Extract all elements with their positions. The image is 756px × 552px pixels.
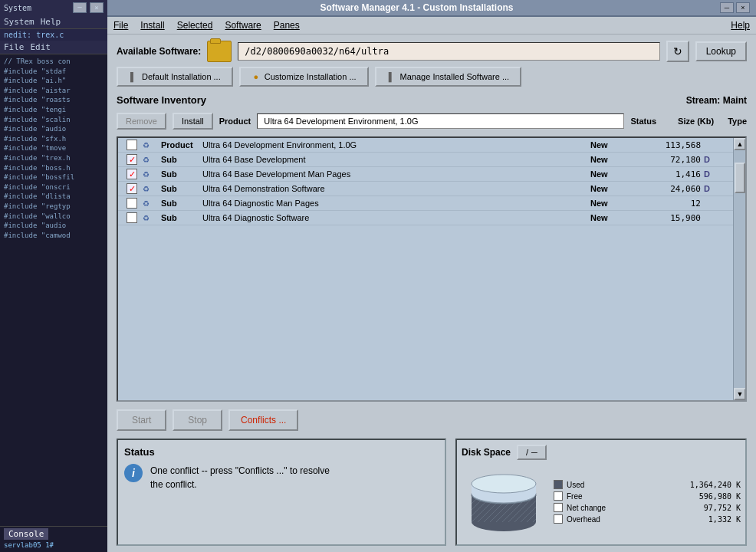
disk-content: Used1,364,240 KFree596,980 KNet change97… (462, 465, 741, 541)
code-line: #include "ai.h" (4, 76, 104, 86)
row-product-name: Ultra 64 Diagnostic Software (202, 213, 587, 222)
scroll-thumb[interactable] (735, 163, 745, 193)
status-panel: Status i One conflict -- press "Conflict… (117, 439, 446, 546)
conflicts-btn[interactable]: Conflicts ... (228, 409, 298, 431)
row-recycle-icon: ♻ (143, 199, 158, 208)
row-size: 12 (639, 199, 701, 209)
manage-btn[interactable]: ▌ Manage Installed Software ... (375, 67, 521, 87)
remove-btn[interactable]: Remove (117, 113, 166, 130)
file-menu[interactable]: File (113, 20, 128, 31)
row-dtype: D (704, 155, 727, 164)
table-row[interactable]: ♻SubUltra 64 Base Development Man PagesN… (118, 167, 733, 182)
row-checkbox[interactable] (127, 140, 137, 150)
row-size: 72,180 (639, 155, 701, 165)
scroll-up-btn[interactable]: ▲ (734, 138, 746, 150)
status-title: Status (124, 446, 439, 458)
legend-label-text: Overhead (567, 515, 705, 524)
table-row[interactable]: ♻SubUltra 64 Diagnostic Man PagesNew12 (118, 196, 733, 211)
title-text: Software Manager 4.1 - Custom Installati… (113, 2, 720, 13)
code-line: #include "roasts (4, 95, 104, 105)
available-software-row: Available Software: ↻ Lookup (117, 41, 747, 62)
left-min-btn[interactable]: ─ (73, 2, 87, 13)
table-toolbar: Remove Install Product Status Size (Kb) … (117, 110, 747, 132)
folder-icon[interactable] (207, 41, 232, 62)
status-disk-area: Status i One conflict -- press "Conflict… (117, 439, 747, 546)
legend-item: Overhead1,332 K (554, 514, 741, 524)
code-line: #include "tmove (4, 143, 104, 153)
code-line: #include "aistar (4, 86, 104, 96)
legend-label-text: Net change (567, 504, 700, 512)
product-filter-input[interactable] (257, 113, 624, 129)
row-product-name: Ultra 64 Base Development (202, 155, 587, 164)
close-btn[interactable]: × (736, 2, 750, 13)
lookup-btn[interactable]: Lookup (695, 41, 747, 61)
row-status: New (590, 155, 636, 164)
status-col-header: Status (630, 117, 656, 126)
system-menu[interactable]: System (4, 4, 31, 12)
table-row[interactable]: ♻SubUltra 64 Demonstration SoftwareNew24… (118, 182, 733, 196)
row-checkbox[interactable] (127, 154, 137, 165)
left-system-menu-item[interactable]: System (4, 17, 35, 27)
code-line: #include "scalin (4, 115, 104, 125)
code-line: #include "wallco (4, 212, 104, 222)
legend-label-text: Free (567, 492, 695, 501)
disk-header: Disk Space / ─ (462, 445, 741, 460)
inventory-title: Software Inventory (117, 94, 206, 106)
legend-value-text: 97,752 K (704, 504, 741, 512)
selected-menu[interactable]: Selected (177, 20, 213, 31)
menu-bar: File Install Selected Software Panes Hel… (107, 17, 756, 34)
customize-btn[interactable]: ● Customize Installation ... (239, 67, 369, 87)
legend-value-text: 596,980 K (699, 492, 741, 501)
scroll-down-btn[interactable]: ▼ (734, 388, 746, 400)
row-checkbox[interactable] (127, 198, 137, 209)
install-btn[interactable]: Install (173, 113, 213, 130)
disk-selector[interactable]: / ─ (517, 445, 547, 460)
edit-menu-item[interactable]: Edit (31, 42, 51, 52)
table-row[interactable]: ♻SubUltra 64 Base DevelopmentNew72,180D (118, 153, 733, 167)
legend-item: Net change97,752 K (554, 503, 741, 512)
table-row[interactable]: ♻ProductUltra 64 Development Environment… (118, 138, 733, 153)
row-status: New (590, 199, 636, 208)
install-menu[interactable]: Install (140, 20, 164, 31)
left-top-bar: System ─ × (0, 0, 107, 15)
start-btn[interactable]: Start (117, 409, 166, 431)
available-software-label: Available Software: (117, 46, 201, 57)
vertical-scrollbar[interactable]: ▲ ▼ (733, 138, 745, 400)
default-install-btn[interactable]: ▌ Default Installation ... (117, 67, 233, 87)
row-status: New (590, 169, 636, 179)
left-close-btn[interactable]: × (90, 2, 104, 13)
row-type: Sub (161, 155, 199, 164)
default-icon: ▌ (129, 72, 138, 81)
left-help-menu-item[interactable]: Help (41, 17, 61, 27)
path-input[interactable] (238, 42, 659, 61)
console-prompt: servlab05 1# (4, 540, 104, 550)
code-line: #include "bossfil (4, 172, 104, 182)
row-check (124, 154, 140, 165)
refresh-btn[interactable]: ↻ (666, 41, 689, 62)
minimize-btn[interactable]: ─ (720, 2, 734, 13)
stop-btn[interactable]: Stop (173, 409, 222, 431)
help-menu[interactable]: Help (731, 20, 750, 31)
panes-menu[interactable]: Panes (274, 20, 300, 31)
title-bar: Software Manager 4.1 - Custom Installati… (107, 0, 756, 17)
info-icon: i (124, 464, 143, 482)
nedit-label: nedit: trex.c (0, 29, 107, 41)
row-checkbox[interactable] (127, 169, 137, 179)
row-checkbox[interactable] (127, 212, 137, 223)
software-menu[interactable]: Software (225, 20, 261, 31)
legend-color-box (554, 491, 563, 501)
row-product-name: Ultra 64 Diagnostic Man Pages (202, 199, 587, 208)
code-line: // TRex boss con (4, 57, 104, 67)
row-type: Sub (161, 169, 199, 179)
file-menu-item[interactable]: File (4, 42, 25, 52)
bottom-buttons-row: Start Stop Conflicts ... (117, 409, 747, 431)
row-type: Product (161, 140, 199, 150)
content-area: Available Software: ↻ Lookup ▌ Default I… (107, 34, 756, 552)
console-area: Console servlab05 1# (0, 526, 107, 552)
table-row[interactable]: ♻SubUltra 64 Diagnostic SoftwareNew15,90… (118, 211, 733, 225)
row-checkbox[interactable] (127, 183, 137, 194)
legend-color-box (554, 514, 563, 524)
left-menu-bar: System Help (0, 15, 107, 29)
legend-label-text: Used (567, 481, 686, 489)
legend-color-box (554, 480, 563, 489)
